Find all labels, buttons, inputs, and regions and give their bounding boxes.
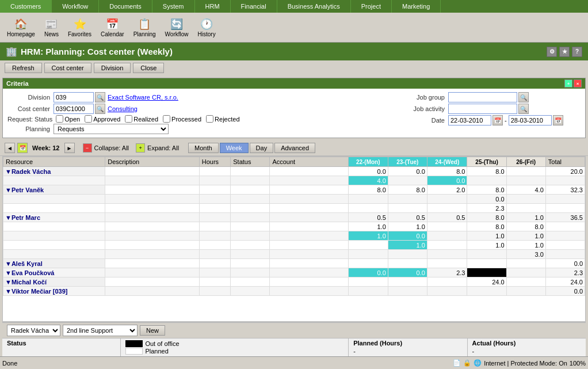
status-open-checkbox[interactable] [56,115,63,123]
menu-financial[interactable]: Financial [231,0,277,13]
week-view-button[interactable]: Week [220,143,249,153]
job-activity-input[interactable] [448,104,517,114]
planning-select[interactable]: Requests [54,124,169,134]
status-cell [231,204,270,213]
menu-marketing[interactable]: Marketing [392,0,441,13]
tue-cell: 0.0 [388,268,427,277]
toolbar-news[interactable]: 📰 News [40,16,63,39]
globe-icon: 🌐 [474,359,482,367]
description-select[interactable]: 2nd line Support [63,325,138,336]
toolbar-history[interactable]: 🕐 History [193,16,220,39]
cost-center-link[interactable]: Consulting [108,105,138,112]
tools-icon[interactable]: ⚙ [547,47,557,57]
menu-system[interactable]: System [152,0,195,13]
date-to-input[interactable] [509,115,552,125]
menu-business-analytics[interactable]: Business Analytics [277,0,351,13]
division-button[interactable]: Division [94,63,131,73]
status-open-label[interactable]: Open [56,115,80,123]
job-group-lookup-button[interactable]: 🔍 [518,92,529,102]
mon-cell [348,287,388,296]
criteria-expand-icon[interactable]: + [564,79,572,88]
wed-cell-sub2 [427,231,467,241]
job-group-input[interactable] [448,92,517,102]
legend-status-col: Status [2,338,121,356]
menu-workflow[interactable]: Workflow [52,0,99,13]
division-link[interactable]: Exact Software CR, s.r.o. [108,94,178,101]
table-row: 1.0 0.0 1.0 1.0 [3,231,585,241]
col-mon: 22-(Mon) [348,157,388,167]
criteria-left-column: Division 🔍 Exact Software CR, s.r.o. Cos… [7,91,385,135]
status-processed-label[interactable]: Processed [163,115,201,123]
status-approved-label[interactable]: Approved [85,115,120,123]
toolbar-workflow[interactable]: 🔄 Workflow [161,16,193,39]
person-select[interactable]: Radek Vácha [7,325,60,336]
account-cell [270,222,348,231]
toolbar-homepage[interactable]: 🏠 Homepage [2,16,40,39]
cost-center-button[interactable]: Cost center [44,63,91,73]
menu-customers[interactable]: Customers [0,0,52,13]
bookmark-icon[interactable]: ★ [559,47,570,57]
toolbar-planning[interactable]: 📋 Planning [129,16,161,39]
day-view-button[interactable]: Day [250,143,274,153]
account-cell [270,231,348,241]
legend-desc-col: Out of office Planned [121,338,349,356]
legend-bar: Status Out of office Planned Planned (Ho… [2,338,586,356]
toolbar-favorites[interactable]: ⭐ Favorites [63,16,96,39]
job-activity-lookup-button[interactable]: 🔍 [518,104,529,114]
toolbar-calendar[interactable]: 📅 Calendar [96,16,129,39]
next-week-button[interactable]: ► [64,143,75,153]
division-input[interactable] [54,92,94,102]
status-rejected-checkbox[interactable] [206,115,213,123]
hours-cell [199,241,231,250]
table-row: ▼Michal Kočí 24.0 24.0 [3,277,585,287]
out-of-office-swatch [125,340,143,347]
account-cell [270,268,348,277]
toolbar-calendar-label: Calendar [101,31,124,37]
new-entry-button[interactable]: New [140,325,165,336]
mon-cell [348,259,388,268]
date-from-input[interactable] [448,115,491,125]
prev-week-button[interactable]: ◄ [5,143,15,153]
status-realized-label[interactable]: Realized [125,115,158,123]
close-button[interactable]: Close [133,63,164,73]
request-status-row: Request: Status Open Approved Realized P… [7,115,385,123]
planning-table: Resource Description Hours Status Accoun… [3,157,585,296]
menu-project[interactable]: Project [351,0,392,13]
date-from-picker[interactable]: 📅 [492,115,503,125]
criteria-close-icon[interactable]: × [574,79,582,88]
table-row: ▼Viktor Mečiar [039] 0.0 [3,287,585,296]
fri-cell [506,259,545,268]
date-to-picker[interactable]: 📅 [553,115,563,125]
col-status: Status [231,157,270,167]
refresh-button[interactable]: Refresh [5,63,42,73]
wed-cell-sub: 0.0 [427,176,467,185]
total-cell: 24.0 [545,277,585,287]
help-icon[interactable]: ? [572,47,582,57]
status-approved-checkbox[interactable] [85,115,92,123]
menu-hrm[interactable]: HRM [195,0,231,13]
legend-actual-value: - [472,348,581,355]
status-rejected-label[interactable]: Rejected [206,115,239,123]
total-cell-sub [545,176,585,185]
out-of-office-label: Out of office [145,340,179,347]
cost-center-input[interactable] [54,104,94,114]
status-processed-checkbox[interactable] [163,115,170,123]
collapse-button[interactable]: − Collapse: All [83,143,129,153]
division-lookup-button[interactable]: 🔍 [95,92,105,102]
total-cell: 0.0 [545,287,585,296]
mon-cell-sub2 [348,204,388,213]
table-row: ▼Radek Vácha 0.0 0.0 8.0 8.0 20.0 [3,167,585,176]
cost-center-lookup-button[interactable]: 🔍 [95,104,105,114]
resource-cell [3,176,105,185]
table-row: 3.0 [3,250,585,259]
month-view-button[interactable]: Month [188,143,219,153]
expand-button[interactable]: + Expand: All [136,143,179,153]
week-calendar-icon[interactable]: 📅 [17,143,28,153]
menu-documents[interactable]: Documents [99,0,152,13]
advanced-view-button[interactable]: Advanced [274,143,315,153]
news-icon: 📰 [44,17,58,31]
table-row: 0.0 [3,195,585,204]
status-realized-checkbox[interactable] [125,115,132,123]
total-cell-sub [545,195,585,204]
week-navigation: ◄ 📅 Week: 12 ► − Collapse: All + Expand:… [0,140,588,156]
